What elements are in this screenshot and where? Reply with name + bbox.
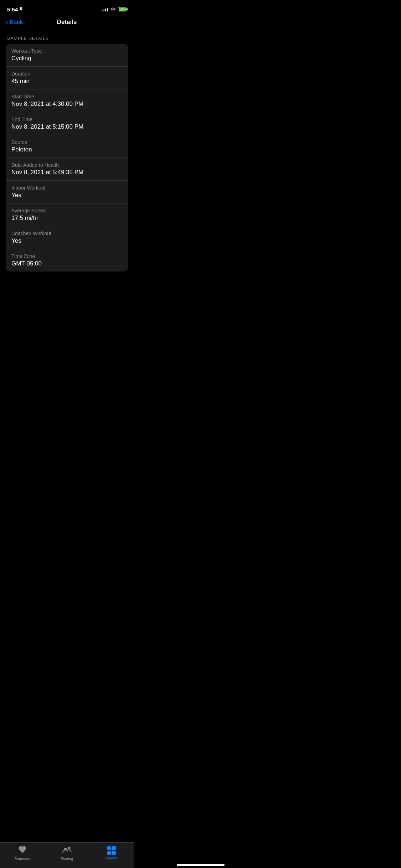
detail-row-2: Start TimeNov 8, 2021 at 4:30:00 PM <box>6 89 128 112</box>
detail-value-3: Nov 8, 2021 at 5:15:00 PM <box>11 123 122 130</box>
detail-label-6: Indoor Workout <box>11 185 122 191</box>
signal-bar-3 <box>105 9 106 11</box>
battery-container: ⚡ <box>118 7 127 11</box>
detail-value-0: Cycling <box>11 55 122 62</box>
detail-value-7: 17.5 mi/hr <box>11 215 122 222</box>
detail-row-5: Date Added to HealthNov 8, 2021 at 5:49:… <box>6 158 128 181</box>
detail-row-1: Duration45 min <box>6 67 128 89</box>
detail-label-0: Workout Type <box>11 48 122 54</box>
detail-label-1: Duration <box>11 71 122 77</box>
main-content: SAMPLE DETAILS Workout TypeCyclingDurati… <box>0 30 134 307</box>
detail-row-9: Time ZoneGMT-05:00 <box>6 249 128 272</box>
detail-row-3: End TimeNov 8, 2021 at 5:15:00 PM <box>6 112 128 135</box>
detail-label-9: Time Zone <box>11 253 122 259</box>
detail-label-3: End Time <box>11 117 122 122</box>
status-time: 5:54 <box>7 6 23 12</box>
detail-row-4: SourcePeloton <box>6 135 128 158</box>
location-icon <box>19 7 23 11</box>
details-card: Workout TypeCyclingDuration45 minStart T… <box>6 44 128 272</box>
nav-title: Details <box>57 19 77 26</box>
battery-fill: ⚡ <box>119 8 126 11</box>
charging-bolt: ⚡ <box>120 8 124 11</box>
detail-value-6: Yes <box>11 192 122 199</box>
back-chevron-icon: ‹ <box>6 19 8 26</box>
signal-bar-1 <box>102 10 103 11</box>
back-button[interactable]: ‹ Back <box>6 19 23 26</box>
detail-label-5: Date Added to Health <box>11 162 122 168</box>
detail-row-0: Workout TypeCycling <box>6 44 128 67</box>
detail-value-4: Peloton <box>11 146 122 153</box>
signal-bars <box>102 7 108 11</box>
nav-bar: ‹ Back Details <box>0 16 134 30</box>
detail-value-5: Nov 8, 2021 at 5:49:35 PM <box>11 169 122 176</box>
signal-bar-2 <box>103 9 104 11</box>
detail-value-1: 45 min <box>11 78 122 85</box>
signal-bar-4 <box>107 8 108 11</box>
battery-icon: ⚡ <box>118 7 127 11</box>
detail-label-2: Start Time <box>11 94 122 99</box>
detail-value-8: Yes <box>11 237 122 244</box>
detail-row-7: Average Speed17.5 mi/hr <box>6 203 128 226</box>
back-label: Back <box>10 19 23 26</box>
section-header: SAMPLE DETAILS <box>0 30 134 44</box>
status-bar: 5:54 ⚡ <box>0 0 134 16</box>
detail-label-4: Source <box>11 139 122 145</box>
wifi-icon <box>110 7 116 11</box>
detail-label-7: Average Speed <box>11 208 122 213</box>
detail-row-6: Indoor WorkoutYes <box>6 181 128 203</box>
detail-row-8: Coached WorkoutYes <box>6 226 128 249</box>
detail-value-2: Nov 8, 2021 at 4:30:00 PM <box>11 100 122 108</box>
status-icons: ⚡ <box>102 7 127 11</box>
detail-value-9: GMT-05:00 <box>11 260 122 267</box>
detail-label-8: Coached Workout <box>11 231 122 236</box>
